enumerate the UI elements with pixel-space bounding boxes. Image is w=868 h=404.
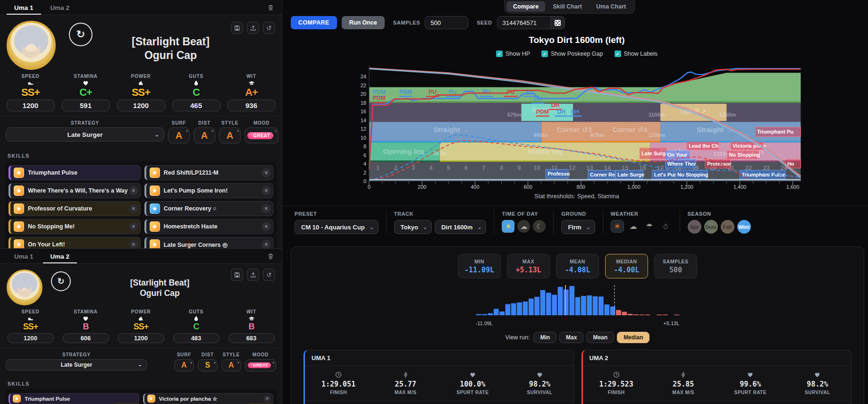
time-evening-button[interactable]: ☁ [517,220,530,233]
view-tab-skill-chart[interactable]: Skill Chart [546,1,589,12]
remove-skill-button[interactable]: × [261,240,271,249]
uma1-result-card: UMA 1 1:29.051FINISH25.77MAX M/S100.0%SP… [303,350,574,404]
stat-value-input[interactable]: 1200 [118,333,164,343]
remove-skill-button[interactable]: × [129,204,138,213]
tab-uma-2[interactable]: Uma 2 [42,1,78,14]
remove-skill-button[interactable]: × [261,204,271,213]
aptitude-select[interactable]: A▾ [168,127,190,143]
result-histogram[interactable] [476,284,680,318]
aptitude-select[interactable]: A▾ [194,127,215,143]
aptitude-select[interactable]: A▾ [221,359,241,371]
uma-transfer-badge-icon[interactable]: ↻ [51,271,71,291]
track-distance-select[interactable]: Dirt 1600m⌄ [435,220,486,234]
remove-skill-button[interactable]: × [129,240,138,249]
run-once-button[interactable]: Run Once [342,16,385,29]
checkbox-show-hp[interactable]: ✓Show HP [496,50,530,57]
view-run-mean-button[interactable]: Mean [586,332,614,343]
save-icon [234,272,240,278]
stat-value-input[interactable]: 483 [173,333,219,343]
skill-chip[interactable]: ★Corner Recovery ○× [144,201,273,216]
result-stat-finish: 1:29.523FINISH [583,371,650,395]
time-day-button[interactable]: ☀ [502,220,514,233]
skill-chip[interactable]: ★Victoria por plancha ☆×@1366m [143,393,274,404]
track-course-select[interactable]: Tokyo⌄ [394,220,432,234]
view-run-median-button[interactable]: Median [617,332,649,343]
season-spr-button[interactable]: Spr [688,220,701,234]
race-simulation-chart[interactable]: 123456789101112131415161718192021222324S… [353,62,801,191]
weather-cloudy-button[interactable]: ☁ [627,220,640,233]
mood-select[interactable]: ↑GREAT▾ [244,127,278,143]
time-night-button[interactable]: ☾ [533,220,546,233]
skill-chip[interactable]: ★Where There's a Will, There's a Way× [8,183,141,198]
remove-skill-button[interactable]: × [261,222,271,231]
season-fall-button[interactable]: Fall [721,220,734,234]
skill-chip[interactable]: ★Triumphant Pulse@1460m [8,393,139,404]
skill-chip[interactable]: ★No Stopping Me!× [8,219,141,234]
stat-value-input[interactable]: 936 [228,100,276,111]
stat-value-input[interactable]: 1200 [117,100,165,111]
remove-skill-button[interactable]: × [261,168,271,177]
remove-skill-button[interactable]: × [129,222,138,231]
tab-uma-2[interactable]: Uma 2 [42,250,78,263]
remove-skill-button[interactable]: × [129,186,138,195]
strategy-select[interactable]: Late Surger⌄ [6,359,147,370]
season-wint-button[interactable]: Wint [737,220,751,234]
skill-chip[interactable]: ★Late Surger Corners ◎× [144,237,273,249]
stat-value-input[interactable]: 1200 [8,333,54,343]
compare-button[interactable]: COMPARE [291,16,337,29]
skill-chip[interactable]: ★Red Shift/LP1211-M× [144,165,273,180]
save-uma-button[interactable] [231,269,243,281]
tab-uma-1[interactable]: Uma 1 [6,250,42,263]
skill-chip[interactable]: ★Let's Pump Some Iron!× [144,183,273,198]
stamina-heart-icon [814,372,820,378]
uma-avatar[interactable] [7,269,42,305]
weather-snowy-button[interactable]: ☃ [659,220,672,233]
skill-icon: ★ [150,168,160,178]
delete-uma-button[interactable] [265,251,276,262]
uma-name-outfit: [Starlight Beat] [93,35,249,49]
stat-value-input[interactable]: 1200 [7,100,55,111]
preset-select[interactable]: CM 10 - Aquarius Cup⌄ [295,220,379,234]
skill-chip[interactable]: ★Homestretch Haste× [144,219,273,234]
checkbox-show-labels[interactable]: ✓Show Labels [615,50,658,57]
skill-chip[interactable]: ★On Your Left!× [8,237,141,249]
stat-value-input[interactable]: 591 [62,100,110,111]
uma-avatar[interactable] [7,21,56,70]
samples-input[interactable]: 500 [425,16,468,29]
mood-select[interactable]: ↑GREAT▾ [245,359,276,371]
weather-sunny-button[interactable]: ☀ [611,220,624,233]
reset-uma-button[interactable]: ↺ [263,22,275,34]
view-tab-uma-chart[interactable]: Uma Chart [590,1,632,12]
remove-skill-button[interactable]: × [263,395,271,403]
tab-uma-1[interactable]: Uma 1 [6,1,42,14]
delete-uma-button[interactable] [265,2,276,13]
stat-value-input[interactable]: 465 [172,100,220,111]
remove-skill-button[interactable]: × [261,186,271,195]
checkbox-show-poskeep-gap[interactable]: ✓Show Poskeep Gap [541,50,603,57]
aptitude-select[interactable]: S▾ [198,359,218,371]
seed-input[interactable]: 3144764571 [497,17,550,29]
stat-label: STAMINA [74,74,97,79]
save-uma-button[interactable] [231,22,243,34]
stat-value-input[interactable]: 606 [63,333,109,343]
ground-select[interactable]: Firm⌄ [561,220,595,234]
view-run-min-button[interactable]: Min [533,332,556,343]
strategy-select[interactable]: Late Surger⌄ [6,127,164,142]
stat-value-input[interactable]: 683 [228,333,275,343]
export-uma-button[interactable] [247,22,259,34]
export-uma-button[interactable] [247,269,259,281]
view-run-max-button[interactable]: Max [559,332,583,343]
randomize-seed-dice-button[interactable] [550,17,565,29]
reset-uma-button[interactable]: ↺ [263,269,275,281]
aptitude-select[interactable]: A▾ [219,127,241,143]
summary-card-median[interactable]: MEDIAN-4.00L [605,254,648,278]
aptitude-select[interactable]: A▾ [174,359,194,371]
weather-rainy-button[interactable]: ☂ [643,220,656,233]
skill-chip[interactable]: ★Professor of Curvature× [8,201,141,216]
stat-label: STAMINA [74,309,97,314]
season-sum-button[interactable]: Sum [704,220,718,234]
skill-chip[interactable]: ★Triumphant Pulse [8,165,141,180]
uma-transfer-badge-icon[interactable]: ↻ [69,23,93,46]
view-tab-compare[interactable]: Compare [506,1,545,12]
heart-icon [717,371,784,379]
